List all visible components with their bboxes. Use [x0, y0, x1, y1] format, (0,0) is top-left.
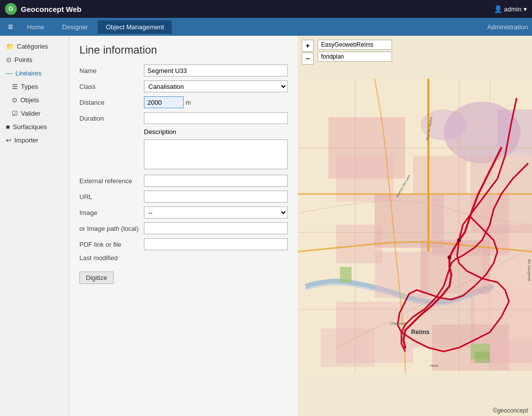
image-path-row: or Image path (local)	[79, 222, 288, 234]
last-modified-label: Last modified	[79, 254, 144, 262]
main-layout: 📁 Catégories ⊙ Points — Linéaires ☰ Type…	[0, 36, 532, 416]
svg-text:Henri: Henri	[430, 364, 439, 367]
external-ref-control	[144, 175, 288, 187]
layer2-select[interactable]: fondplan	[318, 52, 392, 62]
svg-point-32	[448, 256, 452, 260]
pdf-control	[144, 238, 288, 250]
svg-rect-21	[470, 344, 490, 359]
name-row: Name	[79, 65, 288, 76]
image-control: --	[144, 207, 288, 218]
page-title: Line information	[79, 44, 288, 57]
sidebar-label-surfaciques: Surfaciques	[13, 123, 47, 131]
sidebar: 📁 Catégories ⊙ Points — Linéaires ☰ Type…	[0, 36, 69, 416]
description-textarea[interactable]	[144, 139, 288, 169]
top-header: G Geoconcept Web 👤 admin ▾	[0, 0, 532, 18]
svg-rect-5	[336, 155, 394, 202]
hamburger-icon[interactable]: ≡	[4, 20, 17, 34]
nav-tab-object-management[interactable]: Object Management	[98, 20, 172, 34]
distance-row: Distance m	[79, 96, 288, 108]
external-ref-input[interactable]	[144, 175, 288, 187]
external-ref-label: External reference	[79, 177, 144, 185]
sidebar-item-points[interactable]: ⊙ Points	[0, 53, 69, 67]
administration-link[interactable]: Administration	[487, 23, 528, 31]
sidebar-label-importer: Importer	[14, 137, 38, 144]
square-icon: ■	[6, 123, 10, 131]
user-menu[interactable]: 👤 admin ▾	[494, 5, 527, 13]
name-control	[144, 65, 288, 76]
class-control: Canalisation	[144, 80, 288, 92]
user-icon: 👤	[494, 5, 502, 13]
minus-icon: —	[6, 69, 12, 77]
svg-point-2	[421, 110, 467, 140]
page-content: Line information Name Class Canalisation	[69, 36, 532, 416]
sidebar-item-importer[interactable]: ↩ Importer	[0, 134, 69, 147]
url-input[interactable]	[144, 191, 288, 203]
svg-rect-19	[490, 340, 532, 371]
username: admin	[504, 5, 522, 13]
last-modified-row: Last modified	[79, 254, 288, 262]
nav-tab-home[interactable]: Home	[19, 20, 53, 34]
sidebar-label-types: Types	[21, 83, 38, 90]
description-row	[79, 138, 288, 171]
svg-rect-18	[432, 325, 509, 371]
layer1-select[interactable]: EasyGeowebReims	[318, 40, 392, 50]
zoom-in-button[interactable]: +	[302, 40, 314, 52]
sidebar-item-surfaciques[interactable]: ■ Surfaciques	[0, 120, 69, 134]
sidebar-item-categories[interactable]: 📁 Catégories	[0, 40, 69, 53]
sidebar-label-lineaires: Linéaires	[15, 69, 42, 77]
form-panel: Line information Name Class Canalisation	[69, 36, 298, 416]
map-toolbar: + −	[302, 40, 314, 65]
nav-tab-designer[interactable]: Designer	[54, 20, 96, 34]
svg-rect-11	[375, 252, 428, 298]
url-row: URL	[79, 191, 288, 203]
name-input[interactable]	[144, 65, 288, 76]
class-select[interactable]: Canalisation	[144, 80, 288, 92]
svg-rect-22	[474, 351, 490, 363]
svg-text:Rue De Neufch: Rue De Neufch	[425, 116, 433, 140]
distance-label: Distance	[79, 99, 144, 106]
description-header-row: Description	[79, 128, 288, 136]
sidebar-item-objets[interactable]: ⊙ Objets	[0, 93, 69, 107]
image-row: Image --	[79, 207, 288, 218]
app-logo: G	[5, 3, 17, 15]
dot-icon: ⊙	[12, 96, 17, 104]
svg-point-1	[444, 102, 521, 163]
logo-area: G Geoconcept Web	[5, 3, 81, 15]
svg-text:Reims: Reims	[411, 329, 429, 336]
user-dropdown-arrow: ▾	[524, 5, 527, 13]
external-ref-row: External reference	[79, 175, 288, 187]
svg-text:Chaussée: Chaussée	[390, 322, 405, 325]
image-path-input[interactable]	[144, 222, 288, 234]
pdf-label: PDF link or file	[79, 241, 144, 248]
image-select[interactable]: --	[144, 207, 288, 218]
svg-text:Bd. Dauphinot: Bd. Dauphinot	[527, 259, 531, 281]
svg-rect-8	[432, 194, 509, 256]
class-row: Class Canalisation	[79, 80, 288, 92]
svg-rect-4	[329, 117, 405, 179]
distance-input[interactable]	[144, 96, 184, 108]
app-title: Geoconcept Web	[21, 5, 81, 13]
duration-input[interactable]	[144, 112, 288, 124]
nav-bar: ≡ Home Designer Object Management Admini…	[0, 18, 532, 36]
zoom-out-button[interactable]: −	[302, 53, 314, 65]
name-label: Name	[79, 67, 144, 74]
duration-label: Duration	[79, 115, 144, 122]
image-path-label: or Image path (local)	[79, 225, 144, 232]
svg-rect-7	[413, 155, 466, 194]
pdf-input[interactable]	[144, 238, 288, 250]
sidebar-item-valider[interactable]: ☑ Valider	[0, 107, 69, 120]
distance-unit: m	[186, 99, 191, 106]
svg-rect-12	[421, 240, 490, 294]
distance-control: m	[144, 96, 288, 108]
svg-rect-13	[482, 225, 532, 286]
sidebar-item-types[interactable]: ☰ Types	[0, 80, 69, 93]
svg-rect-10	[336, 225, 382, 263]
digitize-button[interactable]: Digitize	[79, 272, 114, 284]
pdf-row: PDF link or file	[79, 238, 288, 250]
svg-point-31	[457, 238, 461, 242]
description-section-label: Description	[144, 128, 288, 136]
import-icon: ↩	[6, 137, 11, 144]
duration-row: Duration	[79, 112, 288, 124]
map-panel[interactable]: + − EasyGeowebReims fondplan	[298, 36, 532, 416]
sidebar-item-lineaires[interactable]: — Linéaires	[0, 67, 69, 80]
